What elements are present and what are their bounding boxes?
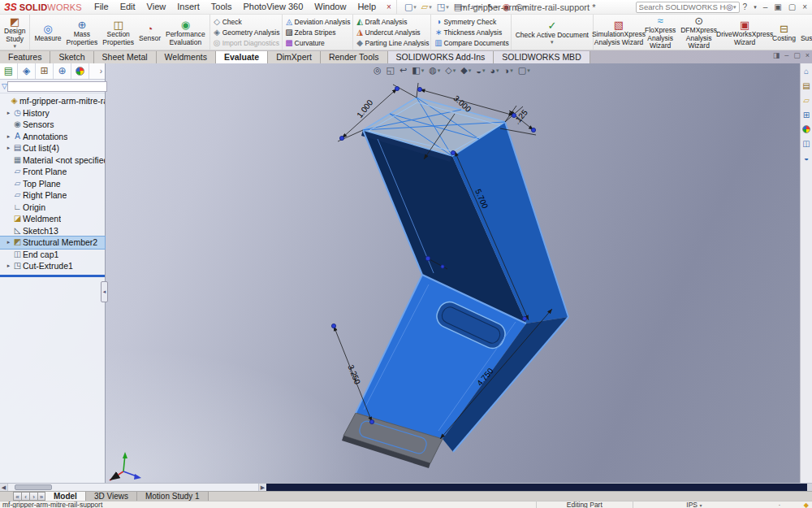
help-caret-icon[interactable]: ▾ xyxy=(750,4,760,11)
menu-photoview[interactable]: PhotoView 360 xyxy=(237,0,309,14)
tree-item-cut-extrude1[interactable]: ▸◳Cut-Extrude1 xyxy=(0,260,105,272)
menu-view[interactable]: View xyxy=(141,0,172,14)
mass-properties-button[interactable]: ⊕Mass Properties xyxy=(64,18,101,46)
tree-item-top-plane[interactable]: ▱Top Plane xyxy=(0,178,105,190)
last-tab-button[interactable]: » xyxy=(37,492,45,501)
scroll-track[interactable] xyxy=(8,484,258,491)
tree-filter-input[interactable] xyxy=(7,81,107,92)
home-icon[interactable]: ⌂ xyxy=(804,67,809,76)
tab-evaluate[interactable]: Evaluate xyxy=(216,51,268,63)
appearances-icon[interactable] xyxy=(802,125,810,133)
zoom-fit-icon[interactable]: ◎ xyxy=(372,65,383,76)
tree-item-weldment[interactable]: ◪Weldment xyxy=(0,213,105,225)
sensor-button[interactable]: ◔Sensor xyxy=(136,22,163,42)
symmetry-check-button[interactable]: ◑Symmetry Check xyxy=(433,16,508,27)
displaymanager-tab[interactable] xyxy=(71,63,89,79)
panel-splitter-handle[interactable]: ◂ xyxy=(101,281,108,302)
panel-tabs-overflow-icon[interactable]: › xyxy=(89,67,105,76)
prev-tab-button[interactable]: ‹ xyxy=(21,492,29,501)
tree-item-cut-list[interactable]: ▸▤Cut list(4) xyxy=(0,142,105,154)
tab-3d-views[interactable]: 3D Views xyxy=(86,492,137,501)
tab-motion-study-1[interactable]: Motion Study 1 xyxy=(137,492,209,501)
dim-1000-text[interactable]: 1.000 xyxy=(355,98,374,119)
previous-view-icon[interactable]: ↩ xyxy=(398,65,408,76)
section-view-icon[interactable]: ◧▾ xyxy=(410,65,425,76)
deviation-analysis-button[interactable]: ◬Deviation Analysis xyxy=(284,16,351,27)
search-icon[interactable]: ◎ xyxy=(726,2,733,11)
floxpress-button[interactable]: ≈FloXpress Analysis Wizard xyxy=(642,15,678,50)
next-tab-button[interactable]: › xyxy=(29,492,37,501)
file-explorer-icon[interactable]: ▱ xyxy=(803,96,810,105)
simulationxpress-button[interactable]: ▧SimulationXpress Analysis Wizard xyxy=(595,18,642,46)
section-properties-button[interactable]: ◫Section Properties xyxy=(100,18,136,46)
tab-features[interactable]: Features xyxy=(0,51,50,63)
doc-restore-icon[interactable]: ▢ xyxy=(793,51,801,59)
menu-tools[interactable]: Tools xyxy=(205,0,238,14)
zoom-area-icon[interactable]: ◱ xyxy=(385,65,396,76)
propertymanager-tab[interactable]: ◈ xyxy=(18,63,36,79)
tab-dimxpert[interactable]: DimXpert xyxy=(268,51,321,63)
help-button[interactable]: ? xyxy=(740,2,751,11)
dimxpertmanager-tab[interactable]: ⊕ xyxy=(54,63,71,79)
tree-item-sensors[interactable]: ◉Sensors xyxy=(0,119,105,131)
custom-properties-tag-icon[interactable]: ◆ xyxy=(804,501,812,508)
undercut-analysis-button[interactable]: ◮Undercut Analysis xyxy=(355,27,430,37)
menu-help[interactable]: Help xyxy=(352,0,382,14)
custom-properties-icon[interactable]: ◫ xyxy=(802,139,810,148)
tab-solidworks-mbd[interactable]: SOLIDWORKS MBD xyxy=(494,51,590,63)
tab-solidworks-add-ins[interactable]: SOLIDWORKS Add-Ins xyxy=(388,51,495,63)
featuremanager-tab[interactable]: ▤ xyxy=(0,63,18,79)
expand-icon[interactable]: ▸ xyxy=(5,145,12,151)
check-active-document-button[interactable]: ✓ Check Active Document ▾ xyxy=(513,19,591,46)
close-button[interactable]: × xyxy=(799,2,810,11)
scroll-left-icon[interactable]: ◀ xyxy=(0,484,8,491)
pin-menu-icon[interactable]: × xyxy=(382,2,396,11)
tree-item-structural-member2[interactable]: ▸◩Structural Member2 xyxy=(0,237,105,249)
model-3d[interactable]: 1.000 3.000 .125 5.700 3.250 4.750 xyxy=(106,63,812,483)
geometry-analysis-button[interactable]: ◈Geometry Analysis xyxy=(212,27,280,37)
design-study-button[interactable]: ◩ Design Study ▾ xyxy=(2,15,28,49)
check-button[interactable]: ◇Check xyxy=(212,16,280,27)
doc-close-icon[interactable]: × xyxy=(806,51,810,59)
dynamic-annotation-icon[interactable]: ◍▾ xyxy=(427,65,442,76)
dim-3250-text[interactable]: 3.250 xyxy=(346,363,362,386)
maximize-button[interactable]: ▣ xyxy=(771,2,784,11)
expand-icon[interactable]: ▸ xyxy=(5,263,12,269)
rollback-bar[interactable] xyxy=(0,275,105,277)
tab-sketch[interactable]: Sketch xyxy=(50,51,93,63)
doc-minimize-icon[interactable]: – xyxy=(784,51,788,59)
units-selector[interactable]: IPS ▾ xyxy=(633,501,755,508)
zebra-stripes-button[interactable]: ▨Zebra Stripes xyxy=(284,27,351,37)
costing-button[interactable]: ⊟Costing xyxy=(770,22,798,42)
tree-item-annotations[interactable]: ▸AAnnotations xyxy=(0,131,105,143)
tree-item-history[interactable]: ▸◷History xyxy=(0,107,105,119)
tree-item-right-plane[interactable]: ▱Right Plane xyxy=(0,189,105,202)
view-settings-icon[interactable]: ▢▾ xyxy=(516,65,532,76)
forum-icon[interactable]: ◒ xyxy=(804,154,809,163)
expand-icon[interactable]: ▸ xyxy=(5,133,12,140)
first-tab-button[interactable]: « xyxy=(13,492,21,501)
tree-item-sketch13[interactable]: ◺Sketch13 xyxy=(0,225,105,237)
graphics-area[interactable]: 1.000 3.000 .125 5.700 3.250 4.750 ◎ ◱ xyxy=(0,63,812,483)
scroll-thumb[interactable] xyxy=(15,484,52,490)
view-palette-icon[interactable]: ⊞ xyxy=(803,111,810,119)
draft-analysis-button[interactable]: ◭Draft Analysis xyxy=(355,16,430,27)
tree-item-front-plane[interactable]: ▱Front Plane xyxy=(0,166,105,178)
apply-scene-icon[interactable]: ◑▾ xyxy=(503,66,515,76)
search-caret-icon[interactable]: ▾ xyxy=(733,4,736,11)
display-style-icon[interactable]: ◆▾ xyxy=(459,65,473,76)
sustainability-button[interactable]: ◍Sustainability xyxy=(798,22,812,42)
tab-sheet-metal[interactable]: Sheet Metal xyxy=(94,51,157,63)
restore-button[interactable]: ▢ xyxy=(785,2,799,11)
driveworksxpress-button[interactable]: ▣DriveWorksXpress Wizard xyxy=(719,18,770,46)
parting-line-analysis-button[interactable]: ◆Parting Line Analysis xyxy=(355,37,430,48)
curvature-button[interactable]: ▩Curvature xyxy=(284,37,351,48)
dfmxpress-button[interactable]: ⊙DFMXpress Analysis Wizard xyxy=(678,15,719,50)
view-orientation-icon[interactable]: ◇▾ xyxy=(443,65,457,76)
configurationmanager-tab[interactable]: ⊞ xyxy=(36,63,54,79)
menu-window[interactable]: Window xyxy=(309,0,352,14)
tree-item-root[interactable]: ◈mf-gripper-arm-mitre-rail-support xyxy=(0,95,105,107)
compare-documents-button[interactable]: ▥Compare Documents xyxy=(433,37,508,48)
panel-toggle-icon[interactable]: ◨ xyxy=(773,51,780,59)
expand-icon[interactable]: ▸ xyxy=(5,239,12,245)
